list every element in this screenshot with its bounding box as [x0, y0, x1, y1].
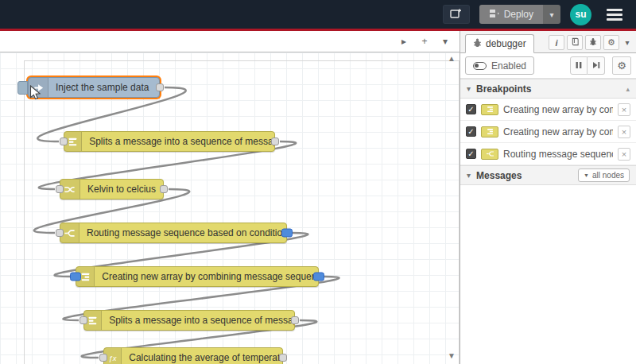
flow-node-split[interactable]: Splits a message into a sequence of mess… — [64, 131, 275, 152]
output-port-breakpoint[interactable] — [281, 229, 293, 238]
main-menu-button[interactable] — [601, 4, 628, 25]
output-port-breakpoint[interactable] — [313, 273, 324, 281]
toggle-icon — [473, 62, 487, 70]
tab-label: debugger — [486, 38, 526, 49]
split-icon — [67, 136, 79, 148]
tab-debugger[interactable]: debugger — [465, 34, 534, 53]
breakpoint-node-icon — [481, 104, 498, 115]
remove-breakpoint-button[interactable]: × — [618, 148, 630, 161]
pause-icon — [576, 61, 582, 71]
input-port-breakpoint[interactable] — [70, 273, 81, 281]
workspace: ▸ + ▾ Inject the sample dataSplits a mes… — [0, 31, 636, 364]
deploy-label: Deploy — [504, 9, 533, 20]
debugger-enabled-toggle[interactable]: Enabled — [465, 56, 534, 75]
input-port[interactable] — [80, 316, 87, 324]
step-button[interactable] — [588, 56, 605, 75]
output-port[interactable] — [279, 354, 287, 362]
output-port[interactable] — [271, 137, 279, 145]
sidebar-tabs-dropdown[interactable]: ▾ — [622, 38, 633, 47]
node-label: Routing message sequence based on condit… — [80, 223, 286, 242]
flow-node-switch[interactable]: Routing message sequence based on condit… — [60, 223, 287, 243]
join-icon — [486, 105, 494, 114]
book-icon — [571, 37, 580, 48]
remove-breakpoint-button[interactable]: × — [618, 126, 630, 138]
inject-button[interactable] — [17, 81, 28, 95]
export-button[interactable] — [443, 5, 470, 24]
breakpoint-node-icon — [481, 149, 498, 160]
input-port[interactable] — [99, 354, 107, 362]
range-icon — [64, 184, 76, 196]
breakpoints-list: ✓Creating new array by combining message… — [460, 99, 636, 165]
node-label: Splits a message into a sequence of mess… — [102, 311, 294, 330]
messages-title: Messages — [476, 170, 522, 181]
flow-node-split[interactable]: Splits a message into a sequence of mess… — [83, 310, 295, 331]
input-port[interactable] — [60, 137, 68, 145]
node-layer: Inject the sample dataSplits a message i… — [0, 52, 460, 364]
node-label: Creating new array by combining message … — [95, 267, 318, 286]
node-label: Inject the sample data — [48, 78, 156, 97]
scroll-top-icon[interactable]: ▴ — [626, 85, 630, 93]
output-port[interactable] — [156, 83, 164, 91]
flow-node-join[interactable]: Creating new array by combining message … — [76, 266, 319, 287]
breakpoint-checkbox[interactable]: ✓ — [466, 126, 476, 137]
sidebar: debugger i ⚙ ▾ Enabled — [460, 31, 636, 364]
breakpoint-checkbox[interactable]: ✓ — [466, 149, 476, 159]
sidebar-tabs: debugger i ⚙ ▾ — [460, 31, 636, 53]
chevron-down-icon: ▾ — [467, 171, 471, 180]
deploy-options-arrow[interactable]: ▾ — [543, 5, 560, 24]
add-flow-button[interactable]: + — [415, 33, 434, 50]
remove-breakpoint-button[interactable]: × — [618, 103, 630, 116]
switch-icon — [64, 227, 76, 239]
filter-icon: ▼ — [584, 172, 589, 178]
debug-tab-button[interactable] — [585, 35, 601, 50]
output-port[interactable] — [291, 316, 299, 324]
split-icon — [87, 315, 99, 327]
output-port[interactable] — [160, 185, 168, 193]
canvas-scroll-up-icon[interactable]: ▲ — [448, 55, 456, 63]
canvas-scroll-down-icon[interactable]: ▼ — [448, 352, 456, 360]
flow-canvas-area: ▸ + ▾ Inject the sample dataSplits a mes… — [0, 31, 460, 364]
breakpoint-label: Creating new array by combining message … — [503, 126, 613, 137]
app-header: Deploy ▾ su — [0, 0, 636, 29]
deploy-button[interactable]: Deploy ▾ — [479, 5, 560, 24]
breakpoint-checkbox[interactable]: ✓ — [466, 104, 476, 114]
help-tab-button[interactable] — [567, 35, 583, 50]
breakpoints-section-header[interactable]: ▾ Breakpoints ▴ — [460, 79, 636, 99]
join-icon — [486, 127, 494, 136]
export-icon — [450, 8, 463, 21]
breakpoint-row[interactable]: ✓Creating new array by combining message… — [460, 99, 636, 121]
node-red-app: Deploy ▾ su ▸ + ▾ Inject the sample data… — [0, 0, 636, 364]
breakpoint-row[interactable]: ✓Creating new array by combining message… — [460, 121, 636, 143]
chevron-down-icon: ▾ — [467, 84, 471, 93]
flow-node-function[interactable]: ƒxCalculating the average of temperature — [103, 347, 283, 364]
debugger-settings-button[interactable]: ⚙ — [612, 56, 631, 75]
breakpoint-label: Routing message sequence based on condit… — [503, 149, 613, 160]
flow-canvas[interactable]: Inject the sample dataSplits a message i… — [0, 52, 460, 364]
hamburger-icon — [607, 9, 622, 11]
canvas-toolbar: ▸ + ▾ — [0, 31, 460, 52]
info-tab-button[interactable]: i — [549, 35, 564, 50]
flow-list-button[interactable]: ▾ — [436, 33, 455, 50]
flow-node-range[interactable]: Kelvin to celcius — [60, 179, 164, 199]
message-filter-button[interactable]: ▼ all nodes — [578, 168, 630, 182]
breakpoints-title: Breakpoints — [476, 83, 531, 95]
flow-node-inject[interactable]: Inject the sample data — [28, 77, 160, 98]
input-port[interactable] — [56, 229, 64, 237]
breakpoint-row[interactable]: ✓Routing message sequence based on condi… — [460, 143, 636, 165]
mouse-cursor — [29, 85, 41, 103]
debugger-step-controls — [570, 56, 605, 75]
debugger-tab-icon — [473, 38, 482, 50]
config-tab-button[interactable]: ⚙ — [603, 35, 619, 50]
switch-icon — [486, 149, 494, 158]
focus-flow-button[interactable]: ▸ — [394, 33, 413, 50]
function-icon: ƒx — [107, 352, 118, 364]
input-port[interactable] — [56, 185, 64, 193]
step-icon — [592, 61, 600, 71]
breakpoint-node-icon — [481, 126, 498, 137]
node-label: Kelvin to celcius — [80, 180, 163, 199]
deploy-icon — [489, 9, 499, 21]
node-label: Calculating the average of temperature — [122, 348, 282, 364]
user-avatar[interactable]: su — [570, 4, 591, 25]
pause-button[interactable] — [570, 56, 588, 75]
messages-section-header[interactable]: ▾ Messages ▼ all nodes — [460, 165, 636, 185]
